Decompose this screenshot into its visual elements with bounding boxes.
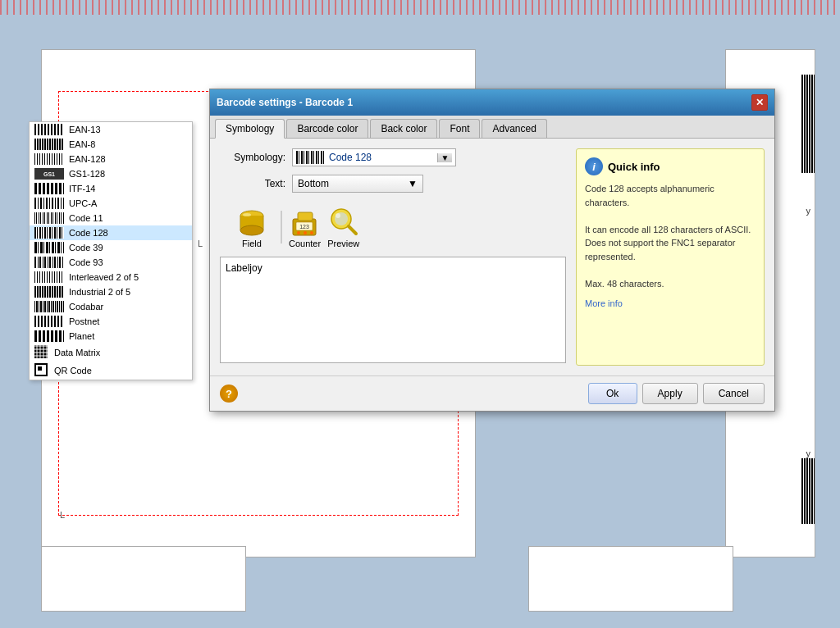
l-label-bottom: L [60,510,65,520]
svg-rect-7 [298,212,313,221]
text-label: Text: [220,178,285,189]
list-item-ean13[interactable]: EAN-13 [30,122,192,137]
text-dropdown-arrow: ▼ [408,178,418,189]
icon-buttons-row: Field 123 [220,206,566,248]
content-textarea[interactable] [220,257,566,363]
list-item-itf14[interactable]: ITF-14 [30,181,192,196]
symbology-row: Symbology: Code 128 ▼ [220,148,566,166]
text-dropdown[interactable]: Bottom ▼ [292,175,423,193]
field-btn-label: Field [242,239,262,248]
list-item-code93[interactable]: Code 93 [30,255,192,270]
right-barcode2 [801,458,815,524]
y-label-right2: y [806,448,811,458]
l-label-mid: L [198,239,203,248]
svg-point-5 [243,213,251,216]
dialog-titlebar: Barcode settings - Barcode 1 ✕ [210,89,774,116]
dialog-content: Symbology: Code 128 ▼ Text: Bottom ▼ [210,139,774,375]
svg-point-16 [336,213,340,218]
list-item-ean128[interactable]: EAN-128 [30,152,192,166]
counter-button[interactable]: 123 Counter [289,206,321,248]
symbology-barcode-icon [296,151,326,164]
symbology-label: Symbology: [220,152,285,163]
dialog-footer: ? Ok Apply Cancel [210,375,774,411]
dialog-tabs: Symbology Barcode color Back color Font … [210,116,774,139]
list-item-qrcode[interactable]: QR Code [30,362,192,380]
apply-button[interactable]: Apply [642,383,698,404]
ruler-top [0,0,840,15]
ok-button[interactable]: Ok [588,383,637,404]
counter-btn-label: Counter [289,239,321,248]
tab-back-color[interactable]: Back color [370,119,437,138]
list-item-postnet[interactable]: Postnet [30,314,192,329]
icon-separator [281,211,282,243]
svg-point-11 [304,231,307,234]
list-item-code11[interactable]: Code 11 [30,211,192,225]
quick-info-panel: i Quick info Code 128 accepts alphanumer… [576,148,765,366]
list-item-codabar[interactable]: Codabar [30,299,192,314]
more-info-link[interactable]: More info [585,298,756,308]
symbology-dropdown-arrow[interactable]: ▼ [437,153,452,162]
svg-line-15 [349,226,356,234]
field-button[interactable]: Field [236,207,267,248]
list-item-ean8[interactable]: EAN-8 [30,137,192,152]
svg-point-10 [297,231,300,234]
tab-symbology[interactable]: Symbology [215,119,285,139]
y-label-right: y [806,206,811,216]
tab-barcode-color[interactable]: Barcode color [286,119,368,138]
tab-advanced[interactable]: Advanced [482,119,546,138]
right-barcode [801,75,815,173]
dialog-left-panel: Symbology: Code 128 ▼ Text: Bottom ▼ [220,148,566,366]
tab-font[interactable]: Font [439,119,480,138]
list-item-planet[interactable]: Planet [30,329,192,344]
quick-info-title: i Quick info [585,157,756,175]
text-row: Text: Bottom ▼ [220,175,566,193]
counter-icon: 123 [290,206,321,239]
field-icon [236,207,267,239]
svg-text:123: 123 [299,224,309,230]
canvas-area: L L y y EAN-13 EAN-8 EAN-128 GS1 GS1-128 [0,0,840,628]
barcode-settings-dialog: Barcode settings - Barcode 1 ✕ Symbology… [209,89,775,412]
svg-point-2 [240,225,263,235]
preview-button[interactable]: Preview [327,206,359,248]
symbology-dropdown[interactable]: Code 128 ▼ [292,148,456,166]
close-button[interactable]: ✕ [751,94,768,111]
preview-btn-label: Preview [327,239,359,248]
text-value: Bottom [298,178,329,189]
preview-icon [328,206,359,239]
info-icon: i [585,157,603,175]
quick-info-text: Code 128 accepts alphanumeric characters… [585,182,756,290]
list-item-ind2of5[interactable]: Industrial 2 of 5 [30,284,192,299]
svg-point-12 [310,231,313,234]
dialog-title: Barcode settings - Barcode 1 [217,97,353,108]
design-area-bottom-left [41,546,246,612]
list-item-gs1128[interactable]: GS1 GS1-128 [30,166,192,181]
list-item-datamatrix[interactable]: Data Matrix [30,344,192,362]
list-item-upca[interactable]: UPC-A [30,196,192,211]
help-button[interactable]: ? [220,385,238,403]
symbology-value: Code 128 [329,152,434,163]
cancel-button[interactable]: Cancel [703,383,765,404]
list-item-code128[interactable]: Code 128 [30,225,192,240]
list-item-code39[interactable]: Code 39 [30,240,192,255]
barcode-list: EAN-13 EAN-8 EAN-128 GS1 GS1-128 ITF-14 … [29,121,193,380]
list-item-i2of5[interactable]: Interleaved 2 of 5 [30,270,192,284]
design-area-bottom-right [528,546,733,612]
